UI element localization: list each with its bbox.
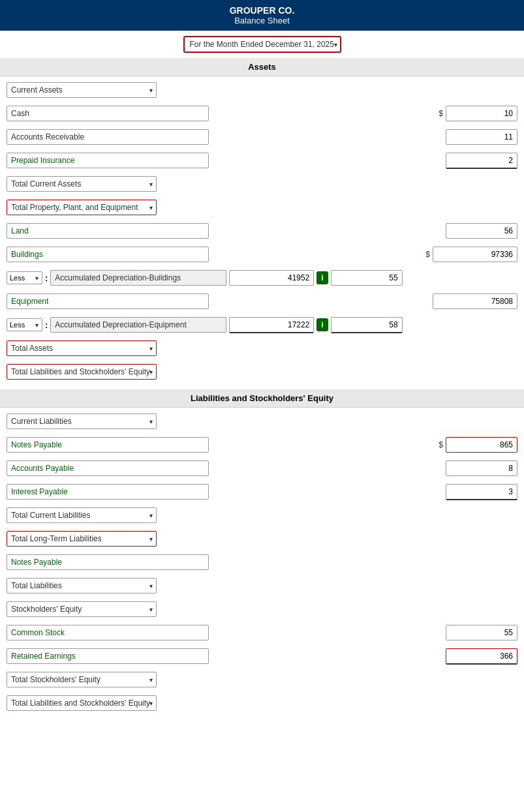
company-name: GROUPER CO. [7,5,517,16]
assets-content: Current Assets $ Total Current Assets [0,76,524,389]
equipment-label[interactable] [7,293,209,309]
notes-payable-current-value[interactable] [446,437,517,453]
less-equipment-row: Less : i [7,315,517,335]
prepaid-insurance-row [7,151,517,170]
retained-earnings-label[interactable] [7,648,209,664]
cash-label[interactable] [7,106,209,121]
retained-earnings-value[interactable] [446,648,517,665]
prepaid-insurance-label[interactable] [7,153,209,168]
total-stockholders-equity-dropdown[interactable]: Total Stockholders' Equity [7,672,157,687]
accum-depr-buildings-value[interactable] [229,270,314,286]
notes-payable-lt-label[interactable] [7,554,209,570]
accounts-receivable-label[interactable] [7,129,209,145]
current-assets-row: Current Assets [7,80,517,100]
total-long-term-liabilities-dropdown[interactable]: Total Long-Term Liabilities [7,531,157,547]
equipment-row [7,292,517,311]
total-liab-equity-top-row: Total Liabilities and Stockholders' Equi… [7,362,517,382]
total-current-liabilities-dropdown[interactable]: Total Current Liabilities [7,507,157,523]
info-btn-equipment[interactable]: i [316,318,328,331]
accounts-receivable-row [7,127,517,147]
accum-depr-equipment-label[interactable] [50,317,226,333]
cash-value[interactable] [446,106,517,121]
common-stock-value[interactable] [446,625,517,640]
notes-payable-current-label[interactable] [7,437,209,453]
less-buildings-row: Less : i [7,268,517,288]
report-title: Balance Sheet [7,16,517,25]
interest-payable-value[interactable] [446,484,517,500]
less-buildings-dropdown[interactable]: Less [7,271,42,284]
stockholders-equity-row: Stockholders' Equity [7,599,517,619]
accounts-payable-value[interactable] [446,460,517,476]
equipment-net-value[interactable] [331,317,403,333]
land-label[interactable] [7,223,209,239]
total-current-assets-dropdown[interactable]: Total Current Assets [7,176,157,192]
retained-earnings-row [7,646,517,666]
buildings-value[interactable] [433,247,517,262]
total-liab-equity-top-dropdown[interactable]: Total Liabilities and Stockholders' Equi… [7,364,157,380]
less-equipment-dropdown[interactable]: Less [7,318,42,331]
buildings-dollar: $ [425,250,430,259]
total-long-term-liabilities-row: Total Long-Term Liabilities [7,529,517,549]
total-liabilities-row: Total Liabilities [7,576,517,595]
colon-equipment: : [45,320,48,330]
total-assets-dropdown[interactable]: Total Assets [7,340,157,356]
buildings-net-value[interactable] [331,270,403,286]
total-current-liabilities-row: Total Current Liabilities [7,505,517,525]
current-assets-dropdown[interactable]: Current Assets [7,82,157,98]
common-stock-label[interactable] [7,625,209,640]
current-liabilities-dropdown[interactable]: Current Liabilities [7,414,157,429]
liabilities-section-header: Liabilities and Stockholders' Equity [0,389,524,408]
total-current-assets-row: Total Current Assets [7,174,517,194]
cash-row: $ [7,104,517,123]
total-ppe-dropdown[interactable]: Total Property, Plant, and Equipment [7,200,157,215]
equipment-value[interactable] [433,293,517,309]
notes-payable-current-row: $ [7,435,517,455]
accum-depr-equipment-value[interactable] [229,317,314,333]
header: GROUPER CO. Balance Sheet For the Month … [0,0,524,58]
interest-payable-row [7,482,517,502]
liabilities-content: Current Liabilities $ Total Current Liab… [0,408,524,721]
total-stockholders-equity-row: Total Stockholders' Equity [7,670,517,689]
assets-section-header: Assets [0,58,524,76]
total-liab-equity-bottom-dropdown[interactable]: Total Liabilities and Stockholders' Equi… [7,695,157,711]
total-liabilities-dropdown[interactable]: Total Liabilities [7,578,157,594]
notes-payable-lt-row [7,552,517,572]
total-liab-equity-bottom-row: Total Liabilities and Stockholders' Equi… [7,693,517,713]
notes-payable-current-dollar: $ [439,440,443,449]
buildings-row: $ [7,245,517,264]
period-selector[interactable]: For the Month Ended December 31, 2025 [183,36,341,53]
prepaid-insurance-value[interactable] [446,153,517,169]
stockholders-equity-dropdown[interactable]: Stockholders' Equity [7,601,157,617]
accounts-payable-label[interactable] [7,460,209,476]
colon-buildings: : [45,273,48,283]
total-assets-row: Total Assets [7,338,517,358]
current-liabilities-row: Current Liabilities [7,412,517,431]
accum-depr-buildings-label[interactable] [50,270,226,286]
land-value[interactable] [446,223,517,239]
accounts-receivable-value[interactable] [446,129,517,145]
info-btn-buildings[interactable]: i [316,271,328,284]
accounts-payable-row [7,459,517,478]
total-ppe-row: Total Property, Plant, and Equipment [7,198,517,217]
cash-dollar: $ [439,109,443,118]
interest-payable-label[interactable] [7,484,209,500]
land-row [7,221,517,241]
buildings-label[interactable] [7,247,209,262]
common-stock-row [7,623,517,642]
